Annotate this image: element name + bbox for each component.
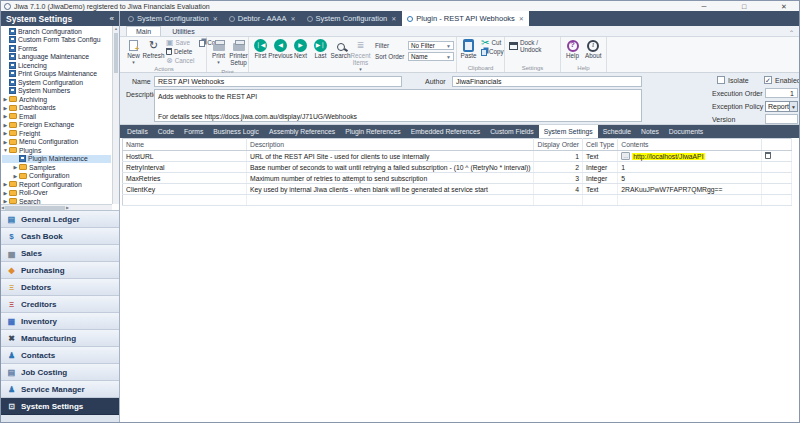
isolate-checkbox[interactable] <box>717 76 725 84</box>
tree-item-foreign-exchange[interactable]: ▶Foreign Exchange <box>2 121 111 130</box>
highlighted-cell-value[interactable]: http://localhost/JiwaAPI <box>632 153 704 160</box>
tab-notes[interactable]: Notes <box>636 125 664 138</box>
cancel-button[interactable]: ⊗Cancel <box>164 56 196 65</box>
nav-inventory[interactable]: ▦Inventory <box>1 313 119 330</box>
tree-item-freight[interactable]: ▶Freight <box>2 129 111 138</box>
expand-icon[interactable]: ▶ <box>2 122 9 128</box>
tree-item-language-maintenance[interactable]: Language Maintenance <box>2 53 111 62</box>
nav-system-settings[interactable]: ⊡System Settings <box>1 398 119 415</box>
nav-manufacturing[interactable]: ✖Manufacturing <box>1 330 119 347</box>
grid-empty-row[interactable] <box>123 195 792 206</box>
sort-order-select[interactable]: Name▼ <box>408 52 454 61</box>
doc-tab-plugin-rest-api-webhooks[interactable]: Plugin - REST API Webhooks✕ <box>402 11 529 26</box>
author-field[interactable]: JiwaFinancials <box>452 76 642 87</box>
tree-item-system-configuration[interactable]: System Configuration <box>2 78 111 87</box>
nav-creditors[interactable]: ΞCreditors <box>1 296 119 313</box>
delete-row-icon[interactable] <box>765 152 771 159</box>
expand-icon[interactable]: ▶ <box>2 96 9 102</box>
maximize-icon[interactable]: □ <box>738 2 750 11</box>
enabled-checkbox[interactable]: ✓ <box>764 76 772 84</box>
expand-icon[interactable]: ▶ <box>2 190 9 196</box>
tree-item-email[interactable]: ▶Email <box>2 112 111 121</box>
col-header-description[interactable]: Description <box>247 139 534 151</box>
collapse-sidebar-icon[interactable]: « <box>110 14 114 23</box>
description-field[interactable]: Adds webhooks to the REST API For detail… <box>154 89 642 122</box>
expand-icon[interactable]: ▶ <box>2 181 9 187</box>
ribbon-tab-main[interactable]: Main <box>126 26 161 36</box>
tree-item-archiving[interactable]: ▶Archiving <box>2 95 111 104</box>
tree-item-branch-configuration[interactable]: Branch Configuration <box>2 27 111 36</box>
tree-item-configuration[interactable]: ▶Configuration <box>2 172 111 181</box>
expand-icon[interactable]: ▶ <box>2 105 9 111</box>
close-tab-icon[interactable]: ✕ <box>390 15 396 22</box>
close-tab-icon[interactable]: ✕ <box>518 15 524 22</box>
col-header-contents[interactable]: Contents <box>618 139 762 151</box>
last-button[interactable]: ▶❘Last <box>311 38 330 61</box>
recent-items-button[interactable]: ≣Recent Items <box>351 38 370 72</box>
tab-details[interactable]: Details <box>122 125 153 138</box>
expand-icon[interactable]: ▶ <box>2 139 9 145</box>
save-button[interactable]: ▣Save <box>164 38 196 47</box>
grid-row-hosturl[interactable]: HostURL URL of the REST API Site - used … <box>123 151 792 162</box>
collapse-icon[interactable]: ▼ <box>2 147 9 153</box>
doc-tab-system-configuration-1[interactable]: System Configuration✕ <box>123 11 223 26</box>
tree-item-roll-over[interactable]: ▶Roll-Over <box>2 189 111 198</box>
tab-code[interactable]: Code <box>153 125 179 138</box>
new-button[interactable]: New <box>124 38 143 65</box>
tab-embedded-references[interactable]: Embedded References <box>406 125 486 138</box>
close-icon[interactable]: ✕ <box>778 2 790 11</box>
tree-item-custom-form-tabs[interactable]: Custom Form Tabs Configu <box>2 36 111 45</box>
nav-sales[interactable]: ▅Sales <box>1 245 119 262</box>
name-field[interactable]: REST API Webhooks <box>154 76 402 87</box>
close-tab-icon[interactable]: ✕ <box>212 15 218 22</box>
help-button[interactable]: ?Help <box>563 38 582 61</box>
grid-row-clientkey[interactable]: ClientKey Key used by internal Jiwa clie… <box>123 184 792 195</box>
tab-assembly-references[interactable]: Assembly References <box>264 125 340 138</box>
tree-item-plugins[interactable]: ▼Plugins <box>2 146 111 155</box>
tree-item-forms[interactable]: Forms <box>2 44 111 53</box>
execution-order-field[interactable]: 1 <box>765 88 798 98</box>
tree-item-dashboards[interactable]: ▶Dashboards <box>2 104 111 113</box>
col-header-display-order[interactable]: Display Order <box>534 139 583 151</box>
tree-vertical-scrollbar[interactable]: ▲ <box>112 26 119 204</box>
tree-item-plugin-maintenance[interactable]: Plugin Maintenance <box>2 155 111 164</box>
tree-item-system-numbers[interactable]: System Numbers <box>2 87 111 96</box>
first-button[interactable]: ❘◀First <box>251 38 270 61</box>
dock-undock-button[interactable]: Dock / Undock <box>507 41 558 50</box>
print-button[interactable]: Print <box>209 38 228 65</box>
expand-icon[interactable]: ▶ <box>2 113 9 119</box>
doc-tab-system-configuration-2[interactable]: System Configuration✕ <box>302 11 402 26</box>
cut-button[interactable]: ✂Cut <box>479 38 506 47</box>
tab-forms[interactable]: Forms <box>179 125 208 138</box>
tab-system-settings[interactable]: System Settings <box>539 125 598 138</box>
search-button[interactable]: Search <box>331 38 350 61</box>
filter-select[interactable]: No Filter▼ <box>408 41 454 50</box>
close-tab-icon[interactable]: ✕ <box>290 15 296 22</box>
collapse-ribbon-icon[interactable]: ⌃ <box>789 29 794 36</box>
nav-general-ledger[interactable]: ▤General Ledger <box>1 211 119 228</box>
exception-policy-select[interactable]: Report▼ <box>765 101 798 112</box>
col-header-name[interactable]: Name <box>123 139 247 151</box>
tab-plugin-references[interactable]: Plugin References <box>340 125 406 138</box>
nav-job-costing[interactable]: ▤Job Costing <box>1 364 119 381</box>
expand-icon[interactable]: ▶ <box>12 173 19 179</box>
tree-item-menu-configuration[interactable]: ▶Menu Configuration <box>2 138 111 147</box>
tab-custom-fields[interactable]: Custom Fields <box>485 125 538 138</box>
delete-button[interactable]: Delete <box>164 47 196 56</box>
printer-setup-button[interactable]: Printer Setup <box>229 38 248 68</box>
tab-documents[interactable]: Documents <box>664 125 708 138</box>
about-button[interactable]: iAbout <box>583 38 603 61</box>
minimize-icon[interactable]: ─ <box>698 2 710 11</box>
col-header-cell-type[interactable]: Cell Type <box>583 139 618 151</box>
expand-icon[interactable]: ▶ <box>12 164 19 170</box>
nav-contacts[interactable]: ♟Contacts <box>1 347 119 364</box>
expand-icon[interactable]: ▶ <box>2 130 9 136</box>
edit-cell-button[interactable]: … <box>621 152 630 160</box>
doc-tab-debtor[interactable]: Debtor - AAAA✕ <box>224 11 301 26</box>
nav-purchasing[interactable]: ◆Purchasing <box>1 262 119 279</box>
tree-item-report-configuration[interactable]: ▶Report Configuration <box>2 180 111 189</box>
grid-row-retryinterval[interactable]: RetryInterval Base number of seconds to … <box>123 162 792 173</box>
tree-horizontal-scrollbar[interactable]: ◀▶ <box>1 204 112 210</box>
nav-debtors[interactable]: ΞDebtors <box>1 279 119 296</box>
nav-cash-book[interactable]: $Cash Book <box>1 228 119 245</box>
